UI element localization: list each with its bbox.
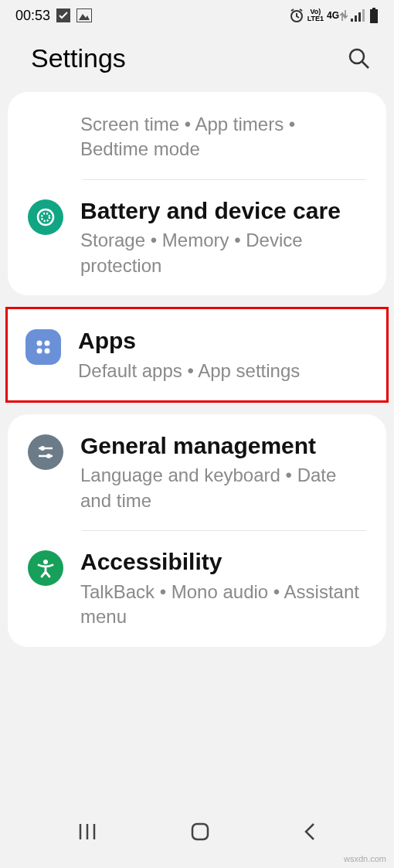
svg-rect-1: [76, 9, 92, 22]
checkbox-icon: [56, 9, 70, 22]
home-button[interactable]: [190, 822, 210, 842]
back-button[interactable]: [303, 822, 317, 842]
settings-card-1: Screen time • App timers • Bedtime mode …: [8, 92, 386, 295]
item-digital-wellbeing[interactable]: Screen time • App timers • Bedtime mode: [8, 92, 386, 179]
item-title: General management: [80, 431, 366, 461]
svg-point-15: [45, 341, 50, 346]
svg-rect-7: [362, 9, 365, 22]
item-apps[interactable]: Apps Default apps • App settings: [8, 309, 386, 400]
device-care-icon: [28, 199, 63, 235]
accessibility-icon: [28, 550, 63, 586]
item-accessibility[interactable]: Accessibility TalkBack • Mono audio • As…: [8, 530, 386, 646]
svg-rect-5: [355, 15, 357, 22]
status-left: 00:53: [15, 8, 92, 24]
svg-point-12: [38, 209, 53, 225]
navigation-bar: [0, 814, 394, 849]
svg-rect-26: [192, 824, 208, 839]
item-subtitle: Screen time • App timers • Bedtime mode: [80, 112, 366, 162]
svg-point-21: [46, 454, 51, 458]
watermark: wsxdn.com: [344, 854, 386, 863]
recents-button[interactable]: [77, 822, 97, 841]
svg-rect-8: [372, 8, 375, 9]
item-subtitle: Language and keyboard • Date and time: [80, 463, 366, 513]
apps-icon: [25, 329, 61, 365]
svg-rect-4: [351, 19, 353, 22]
item-title: Apps: [78, 326, 369, 356]
image-icon: [76, 9, 92, 22]
svg-point-13: [42, 213, 49, 221]
svg-marker-2: [79, 14, 90, 20]
status-time: 00:53: [15, 8, 50, 24]
item-title: Battery and device care: [80, 196, 366, 226]
network-indicator: 4G: [327, 10, 348, 21]
settings-card-apps-highlighted: Apps Default apps • App settings: [5, 307, 389, 403]
svg-rect-6: [358, 12, 361, 22]
page-header: Settings: [0, 28, 394, 92]
page-title: Settings: [31, 43, 126, 73]
general-management-icon: [28, 434, 63, 470]
settings-card-3: General management Language and keyboard…: [8, 414, 386, 647]
item-general-management[interactable]: General management Language and keyboard…: [8, 414, 386, 530]
item-subtitle: TalkBack • Mono audio • Assistant menu: [80, 580, 366, 630]
item-battery-device-care[interactable]: Battery and device care Storage • Memory…: [8, 179, 386, 295]
status-right: Vo) LTE1 4G: [289, 8, 379, 23]
signal-icon: [351, 9, 366, 22]
search-icon[interactable]: [348, 47, 371, 70]
status-bar: 00:53 Vo) LTE1 4G: [0, 0, 394, 28]
svg-point-10: [350, 49, 364, 63]
alarm-icon: [289, 8, 304, 23]
svg-point-22: [43, 560, 48, 564]
volte-indicator: Vo) LTE1: [307, 9, 324, 22]
svg-point-17: [45, 349, 50, 354]
svg-point-14: [37, 341, 42, 346]
svg-rect-9: [370, 9, 378, 23]
item-subtitle: Default apps • App settings: [78, 359, 369, 383]
svg-point-19: [40, 446, 45, 451]
item-subtitle: Storage • Memory • Device protection: [80, 228, 366, 278]
item-title: Accessibility: [80, 547, 366, 577]
svg-point-16: [37, 349, 42, 354]
battery-icon: [369, 8, 379, 23]
svg-line-11: [362, 62, 369, 68]
